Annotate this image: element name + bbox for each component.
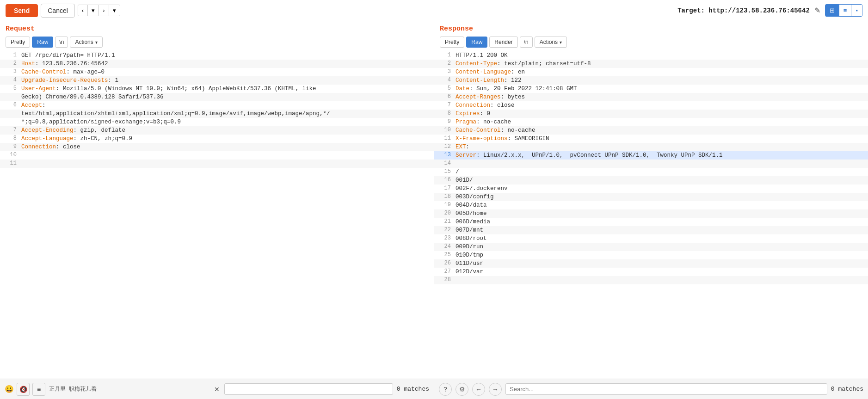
request-toolbar: Pretty Raw \n Actions ▾ [6, 37, 428, 48]
nav-group: ‹ ▾ › ▾ [78, 5, 120, 16]
request-search-input[interactable] [224, 383, 393, 395]
line-content: Content-Language: en [456, 68, 525, 76]
nav-next-button[interactable]: › [99, 5, 109, 16]
list-button[interactable]: ≡ [32, 383, 45, 396]
line-number: 22 [438, 226, 451, 233]
line-number: 26 [438, 259, 451, 266]
line-number: 14 [438, 160, 451, 166]
status-text: 正月里 职梅花儿着 [49, 385, 97, 393]
line-number [4, 118, 17, 118]
request-actions-label: Actions [75, 39, 93, 45]
view-panel-button[interactable]: ▪ [851, 5, 862, 16]
table-row: 8Accept-Language: zh-CN, zh;q=0.9 [0, 135, 434, 143]
table-row: 13Server: Linux/2.x.x, UPnP/1.0, pvConne… [434, 151, 868, 160]
table-row: 11X-Frame-options: SAMEORIGIN [434, 135, 868, 143]
table-row: 5User-Agent: Mozilla/5.0 (Windows NT 10.… [0, 85, 434, 93]
line-content: 002F/.dockerenv [456, 184, 508, 193]
table-row: 4Upgrade-Insecure-Requests: 1 [0, 76, 434, 85]
line-content: Connection: close [21, 143, 80, 151]
table-row: 7Accept-Encoding: gzip, deflate [0, 126, 434, 135]
request-matches-badge: 0 matches [397, 386, 429, 393]
line-number: 7 [4, 126, 17, 133]
line-content: Upgrade-Insecure-Requests: 1 [21, 76, 118, 85]
nav-next-dropdown-button[interactable]: ▾ [109, 5, 120, 16]
request-tab-raw[interactable]: Raw [32, 37, 53, 48]
table-row: 14 [434, 160, 868, 168]
line-content: 008D/root [456, 234, 487, 243]
emoji-icon: 😀 [5, 385, 14, 394]
view-toggle-group: ⊞ ≡ ▪ [825, 4, 862, 17]
target-label: Target: http://123.58.236.76:45642 [677, 7, 810, 14]
line-number: 10 [4, 151, 17, 158]
line-number: 4 [438, 76, 451, 83]
response-actions-label: Actions [540, 39, 558, 45]
request-code-area[interactable]: 1GET /rpc/dir?path= HTTP/1.12Host: 123.5… [0, 49, 434, 379]
status-misc: 😀 🔇 ≡ [5, 383, 45, 396]
response-search-input[interactable] [505, 383, 827, 395]
sound-button[interactable]: 🔇 [17, 383, 30, 396]
help-button[interactable]: ? [439, 383, 452, 396]
table-row: 1HTTP/1.1 200 OK [434, 51, 868, 60]
line-content: 012D/var [456, 268, 483, 276]
line-content: 001D/ [456, 176, 473, 184]
table-row: 7Connection: close [434, 101, 868, 110]
line-number: 3 [438, 68, 451, 75]
arrow-left-button[interactable]: ← [472, 383, 485, 396]
response-tab-newline[interactable]: \n [520, 37, 533, 48]
settings-button[interactable]: ⚙ [456, 383, 468, 396]
table-row: 11 [0, 160, 434, 168]
response-actions-button[interactable]: Actions ▾ [535, 37, 567, 48]
cancel-button[interactable]: Cancel [41, 4, 75, 18]
line-content: 004D/data [456, 201, 487, 209]
response-code-area[interactable]: 1HTTP/1.1 200 OK2Content-Type: text/plai… [434, 49, 868, 379]
line-content: / [456, 168, 459, 176]
request-panel: Request Pretty Raw \n Actions ▾ 1GET /rp… [0, 21, 434, 379]
line-number: 8 [438, 110, 451, 117]
line-number: 3 [4, 68, 17, 75]
request-tab-pretty[interactable]: Pretty [6, 37, 30, 48]
table-row: 25010D/tmp [434, 251, 868, 259]
line-content: Host: 123.58.236.76:45642 [21, 60, 108, 68]
view-list-button[interactable]: ≡ [839, 5, 852, 16]
response-panel: Response Pretty Raw Render \n Actions ▾ … [434, 21, 868, 379]
table-row: 2Host: 123.58.236.76:45642 [0, 60, 434, 68]
send-button[interactable]: Send [6, 4, 38, 17]
response-tab-raw[interactable]: Raw [466, 37, 487, 48]
table-row: 21006D/media [434, 218, 868, 226]
table-row: 19004D/data [434, 201, 868, 209]
table-row: 5Date: Sun, 20 Feb 2022 12:41:08 GMT [434, 85, 868, 93]
line-number: 1 [4, 51, 17, 58]
nav-prev-dropdown-button[interactable]: ▾ [88, 5, 99, 16]
response-tab-render[interactable]: Render [489, 37, 517, 48]
line-content: 010D/tmp [456, 251, 483, 259]
table-row: 20005D/home [434, 209, 868, 218]
response-panel-header: Response Pretty Raw Render \n Actions ▾ [434, 21, 868, 49]
line-number: 1 [438, 51, 451, 58]
edit-target-button[interactable]: ✎ [814, 6, 820, 15]
table-row: 9Pragma: no-cache [434, 118, 868, 126]
close-status-button[interactable]: ✕ [213, 385, 221, 394]
line-content: 005D/home [456, 209, 487, 218]
table-row: 28 [434, 276, 868, 284]
line-content: Accept-Ranges: bytes [456, 93, 525, 101]
line-number [4, 93, 17, 93]
line-content: 007D/mnt [456, 226, 483, 234]
line-number: 12 [438, 143, 451, 150]
line-number: 18 [438, 193, 451, 200]
line-content: Accept-Language: zh-CN, zh;q=0.9 [21, 135, 132, 143]
line-content: Date: Sun, 20 Feb 2022 12:41:08 GMT [456, 85, 577, 93]
line-content: EXT: [456, 143, 469, 151]
table-row: 23008D/root [434, 234, 868, 243]
line-number: 27 [438, 268, 451, 275]
line-content: GET /rpc/dir?path= HTTP/1.1 [21, 51, 115, 60]
nav-prev-button[interactable]: ‹ [78, 5, 88, 16]
line-number: 24 [438, 243, 451, 250]
response-tab-pretty[interactable]: Pretty [440, 37, 464, 48]
line-number: 5 [438, 85, 451, 92]
view-split-button[interactable]: ⊞ [825, 5, 839, 16]
request-tab-newline[interactable]: \n [55, 37, 68, 48]
table-row: 9Connection: close [0, 143, 434, 151]
arrow-right-button[interactable]: → [489, 383, 502, 396]
request-actions-button[interactable]: Actions ▾ [70, 37, 102, 48]
line-number: 7 [438, 101, 451, 108]
